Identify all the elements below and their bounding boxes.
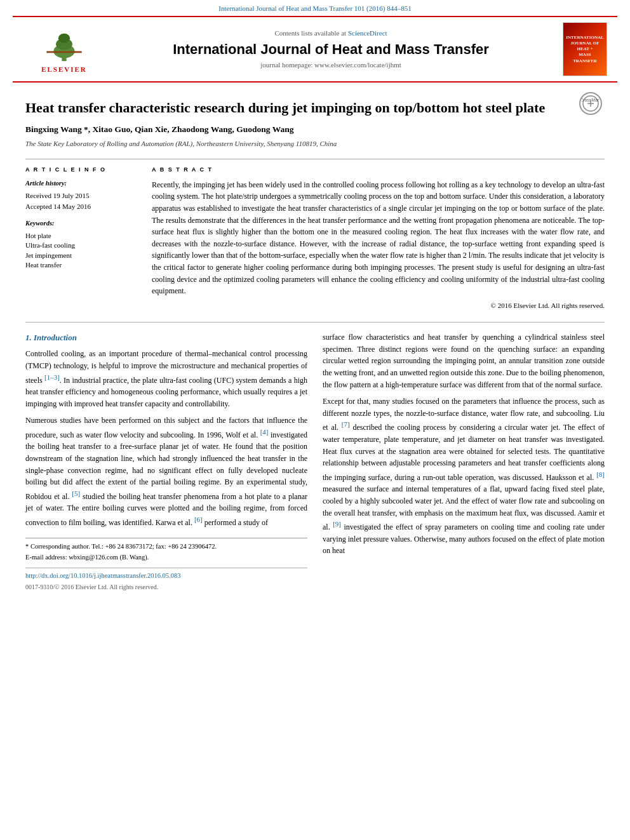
footnote-section: * Corresponding author. Tel.: +86 24 836… xyxy=(25,538,307,563)
header-right: INTERNATIONALJOURNAL OFHEAT +MASSTRANSFE… xyxy=(556,22,607,76)
crossmark-badge: CrossMark xyxy=(579,92,605,117)
article-info-header: A R T I C L E I N F O xyxy=(25,166,137,174)
authors-ref: authors xyxy=(468,535,490,543)
affiliation: The State Key Laboratory of Rolling and … xyxy=(25,139,605,149)
ref-4[interactable]: [4] xyxy=(260,428,269,436)
journal-homepage: journal homepage: www.elsevier.com/locat… xyxy=(105,60,556,70)
elsevier-label: ELSEVIER xyxy=(41,65,87,74)
intro-para-2: Numerous studies have been performed on … xyxy=(25,415,307,528)
ref-6[interactable]: [6] xyxy=(194,516,203,523)
footnote-1: * Corresponding author. Tel.: +86 24 836… xyxy=(25,542,307,552)
info-abstract-columns: A R T I C L E I N F O Article history: R… xyxy=(25,166,605,310)
crossmark-icon: CrossMark xyxy=(582,95,600,112)
authors-line: Bingxing Wang *, Xitao Guo, Qian Xie, Zh… xyxy=(25,124,605,136)
section-1-title: 1. Introduction xyxy=(25,331,307,344)
svg-rect-4 xyxy=(46,51,81,53)
right-para-1: surface flow characteristics and heat tr… xyxy=(323,331,605,390)
abstract-text: Recently, the impinging jet has been wid… xyxy=(152,179,605,297)
ref-7[interactable]: [7] xyxy=(342,420,350,428)
body-columns: 1. Introduction Controlled cooling, as a… xyxy=(25,331,605,592)
article-info-column: A R T I C L E I N F O Article history: R… xyxy=(25,166,137,310)
keywords-section: Keywords: Hot plate Ultra-fast cooling J… xyxy=(25,219,137,270)
doi-bar: International Journal of Heat and Mass T… xyxy=(0,0,630,16)
abstract-header: A B S T R A C T xyxy=(152,166,605,174)
right-para-2: Except for that, many studies focused on… xyxy=(323,396,605,557)
elsevier-tree-icon xyxy=(39,25,90,63)
authors-text: Bingxing Wang *, Xitao Guo, Qian Xie, Zh… xyxy=(25,124,293,134)
keyword-1: Hot plate xyxy=(25,231,137,241)
ref-8[interactable]: [8] xyxy=(596,470,605,478)
accepted-date: Accepted 14 May 2016 xyxy=(25,202,137,211)
received-date: Received 19 July 2015 xyxy=(25,191,137,201)
journal-cover: INTERNATIONALJOURNAL OFHEAT +MASSTRANSFE… xyxy=(563,22,607,76)
ref-5[interactable]: [5] xyxy=(72,490,80,497)
issn-line: 0017-9310/© 2016 Elsevier Ltd. All right… xyxy=(25,582,307,592)
body-col-left: 1. Introduction Controlled cooling, as a… xyxy=(25,331,307,592)
bottom-bar: http://dx.doi.org/10.1016/j.ijheatmasstr… xyxy=(25,568,307,581)
footnote-2: E-mail address: wbxing@126.com (B. Wang)… xyxy=(25,553,307,563)
title-section: CrossMark Heat transfer characteristic r… xyxy=(25,89,605,124)
journal-title: International Journal of Heat and Mass T… xyxy=(105,41,556,58)
copyright-line: © 2016 Elsevier Ltd. All rights reserved… xyxy=(152,301,605,310)
crossmark-circle: CrossMark xyxy=(579,92,602,115)
sciencedirect-link[interactable]: ScienceDirect xyxy=(348,29,387,37)
keyword-4: Heat transfer xyxy=(25,260,137,270)
ref-9[interactable]: [9] xyxy=(333,520,341,528)
abstract-column: A B S T R A C T Recently, the impinging … xyxy=(152,166,605,310)
article-title: Heat transfer characteristic research du… xyxy=(25,99,605,117)
article-container: CrossMark Heat transfer characteristic r… xyxy=(0,83,630,604)
sciencedirect-label: Contents lists available at ScienceDirec… xyxy=(105,29,556,38)
history-label: Article history: xyxy=(25,179,137,189)
divider-1 xyxy=(25,159,605,159)
header-left: ELSEVIER xyxy=(23,25,105,74)
doi-text: International Journal of Heat and Mass T… xyxy=(218,4,411,12)
header-center: Contents lists available at ScienceDirec… xyxy=(105,29,556,70)
ref-1-3[interactable]: [1–3] xyxy=(44,373,60,381)
main-body: 1. Introduction Controlled cooling, as a… xyxy=(25,322,605,592)
journal-cover-text: INTERNATIONALJOURNAL OFHEAT +MASSTRANSFE… xyxy=(566,35,603,63)
intro-para-1: Controlled cooling, as an important proc… xyxy=(25,348,307,410)
elsevier-logo: ELSEVIER xyxy=(23,25,105,74)
body-col-right: surface flow characteristics and heat tr… xyxy=(323,331,605,592)
keyword-3: Jet impingement xyxy=(25,251,137,260)
keyword-2: Ultra-fast cooling xyxy=(25,241,137,250)
keywords-label: Keywords: xyxy=(25,219,137,229)
svg-point-3 xyxy=(58,34,70,43)
doi-link[interactable]: http://dx.doi.org/10.1016/j.ijheatmasstr… xyxy=(25,571,181,581)
journal-header: ELSEVIER Contents lists available at Sci… xyxy=(13,16,617,83)
